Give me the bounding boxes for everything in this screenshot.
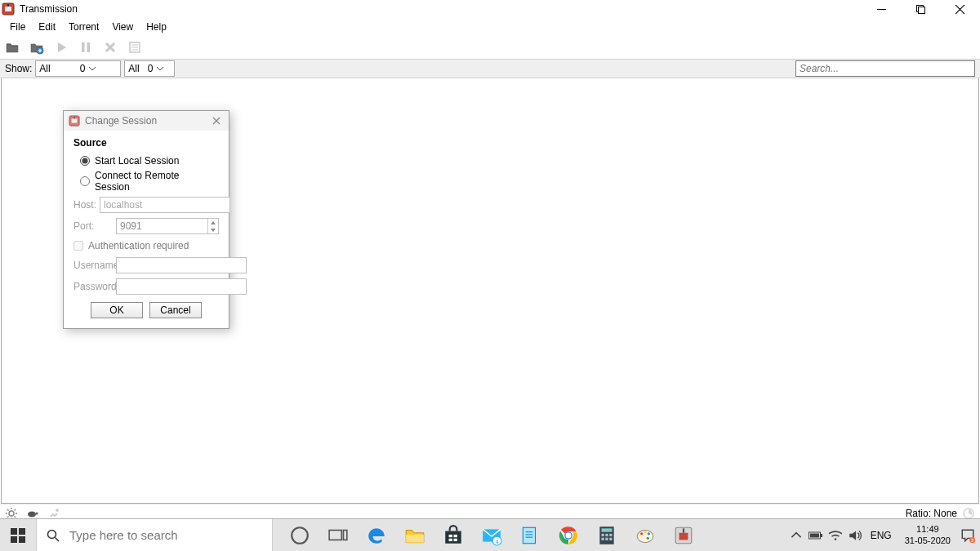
svg-line-27	[15, 509, 16, 511]
app-title: Transmission	[20, 3, 78, 15]
svg-line-24	[7, 509, 9, 511]
mail-icon[interactable]: 4	[481, 525, 502, 546]
menu-view[interactable]: View	[105, 19, 140, 35]
wifi-icon[interactable]	[828, 528, 843, 543]
auth-checkbox-row: Authentication required	[74, 237, 219, 255]
dialog-titlebar[interactable]: Change Session	[64, 111, 229, 131]
svg-rect-64	[602, 533, 604, 535]
svg-rect-45	[344, 530, 347, 540]
svg-point-41	[48, 530, 56, 538]
properties-button[interactable]	[126, 38, 144, 56]
menu-edit[interactable]: Edit	[32, 19, 62, 35]
paint-icon[interactable]	[635, 525, 656, 546]
svg-rect-55	[523, 527, 535, 544]
svg-rect-2	[7, 4, 9, 7]
filter-tracker-select[interactable]: All 0	[124, 60, 175, 77]
start-button[interactable]	[0, 519, 36, 552]
notepad-icon[interactable]	[519, 525, 541, 546]
file-explorer-icon[interactable]	[404, 525, 425, 546]
store-icon[interactable]	[443, 525, 464, 546]
svg-rect-33	[72, 118, 78, 122]
svg-point-19	[9, 511, 14, 516]
pause-button[interactable]	[77, 38, 95, 56]
dialog-close-button[interactable]	[209, 113, 224, 128]
port-spin-up	[208, 219, 218, 226]
task-view-icon[interactable]	[327, 525, 349, 546]
chevron-down-icon	[156, 64, 164, 73]
volume-icon[interactable]	[848, 528, 862, 543]
svg-point-29	[36, 512, 38, 514]
open-url-button[interactable]	[28, 38, 46, 56]
action-center-icon[interactable]: 3	[960, 528, 975, 543]
svg-rect-37	[11, 528, 17, 535]
radio-local-session[interactable]: Start Local Session	[74, 153, 219, 168]
svg-rect-44	[329, 530, 341, 540]
host-input	[100, 197, 230, 213]
svg-point-74	[647, 536, 649, 539]
svg-rect-77	[683, 528, 684, 532]
menu-torrent[interactable]: Torrent	[62, 19, 105, 35]
search-input[interactable]	[795, 60, 975, 77]
password-input	[116, 278, 247, 295]
cancel-button[interactable]: Cancel	[149, 302, 202, 318]
close-button[interactable]	[947, 1, 972, 17]
svg-rect-69	[609, 537, 612, 540]
app-icon	[2, 2, 15, 16]
search-icon	[47, 529, 60, 542]
filter-bar: Show: All 0 All 0	[0, 59, 980, 78]
toolbar	[0, 36, 980, 59]
svg-rect-40	[19, 536, 25, 543]
ok-button[interactable]: OK	[91, 302, 143, 318]
svg-text:3: 3	[971, 537, 973, 542]
language-indicator[interactable]: ENG	[867, 530, 895, 541]
remove-button[interactable]	[101, 38, 119, 56]
svg-rect-11	[82, 42, 85, 52]
turtle-icon[interactable]	[26, 509, 39, 518]
chevron-down-icon	[88, 64, 96, 73]
svg-line-26	[7, 516, 9, 518]
change-session-dialog: Change Session Source Start Local Sessio…	[63, 110, 229, 329]
svg-point-72	[644, 531, 646, 533]
cortana-icon[interactable]	[289, 525, 310, 546]
auth-checkbox	[74, 241, 83, 251]
menu-bar: File Edit Torrent View Help	[0, 18, 980, 36]
password-label: Password:	[74, 281, 113, 292]
edge-icon[interactable]	[366, 525, 387, 546]
svg-rect-49	[454, 534, 457, 536]
minimize-button[interactable]	[869, 1, 893, 17]
clock[interactable]: 11:49 31-05-2020	[900, 524, 956, 547]
radio-remote-session[interactable]: Connect to Remote Session	[74, 168, 219, 194]
svg-rect-39	[11, 536, 17, 543]
svg-point-61	[566, 532, 572, 538]
title-bar: Transmission	[0, 0, 980, 18]
svg-rect-38	[19, 528, 25, 535]
taskbar-search[interactable]: Type here to search	[36, 519, 273, 552]
svg-rect-47	[445, 531, 461, 543]
calculator-icon[interactable]	[596, 525, 617, 546]
svg-rect-46	[406, 534, 424, 542]
svg-line-42	[56, 537, 60, 541]
svg-point-81	[834, 538, 836, 540]
svg-point-28	[28, 511, 36, 517]
tray-chevron-icon[interactable]	[789, 528, 804, 543]
radio-remote-input[interactable]	[80, 176, 90, 186]
chrome-icon[interactable]	[558, 525, 579, 546]
svg-rect-66	[609, 533, 612, 535]
svg-rect-34	[74, 117, 75, 119]
start-button[interactable]	[52, 38, 70, 56]
svg-rect-50	[449, 538, 452, 540]
menu-help[interactable]: Help	[140, 19, 173, 35]
svg-rect-51	[454, 538, 457, 540]
filter-status-select[interactable]: All 0	[35, 60, 121, 77]
battery-icon[interactable]	[808, 528, 823, 543]
port-spin-down	[208, 226, 218, 233]
menu-file[interactable]: File	[3, 19, 32, 35]
svg-point-30	[56, 509, 59, 512]
transmission-taskbar-icon[interactable]	[673, 525, 694, 546]
system-tray[interactable]: ENG 11:49 31-05-2020 3	[789, 524, 980, 547]
dialog-title: Change Session	[85, 115, 157, 127]
taskbar[interactable]: Type here to search 4 ENG 11:49 31-05-20…	[0, 518, 980, 551]
radio-local-input[interactable]	[80, 156, 90, 166]
open-torrent-button[interactable]	[3, 38, 21, 56]
maximize-button[interactable]	[908, 1, 933, 17]
